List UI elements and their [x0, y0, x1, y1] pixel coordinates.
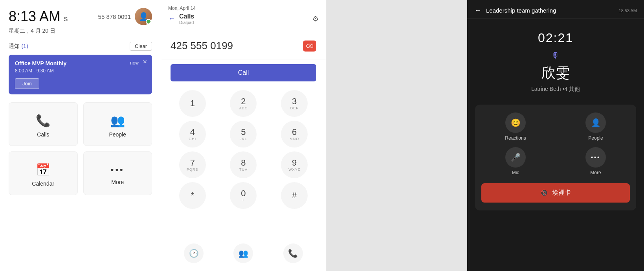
home-header-right: 55 878 0091 👤 [98, 8, 152, 25]
dialer-back-icon[interactable]: ← [168, 15, 175, 23]
call-controls-grid: 😊 Reactions 👤 People 🎤 Mic ••• More [481, 112, 630, 175]
numpad-key-5[interactable]: 5 JKL [230, 121, 257, 147]
notif-time: now [130, 60, 139, 66]
home-grid: 📞 Calls 👥 People 📅 Calendar ••• More [9, 102, 152, 195]
notif-close-icon[interactable]: ✕ [143, 59, 147, 65]
notif-subtitle: 8:00 AM - 9:30 AM [15, 68, 146, 74]
calls-icon: 📞 [36, 114, 50, 127]
reactions-label: Reactions [505, 135, 526, 141]
calendar-icon: 📅 [36, 163, 50, 177]
grid-item-calendar[interactable]: 📅 Calendar [9, 151, 78, 195]
numpad-key-0[interactable]: 0 + [230, 182, 257, 209]
backspace-button[interactable]: ⌫ [303, 41, 316, 52]
notifications-badge: (1) [21, 43, 28, 49]
home-date: 星期二，4 月 20 日 [9, 28, 152, 35]
people-label: People [588, 135, 603, 141]
mic-active-icon: 🎙 [551, 51, 560, 61]
history-icon[interactable]: 🕐 [184, 243, 204, 263]
people-control[interactable]: 👤 People [561, 112, 630, 141]
dialer-panel: Mon, April 14 ← Calls Dialpad ⚙ ⌫ Call 1… [161, 0, 326, 271]
call-button[interactable]: Call [171, 64, 316, 81]
people-icon: 👤 [585, 112, 606, 133]
numpad-key-8[interactable]: 8 TUV [230, 151, 257, 178]
numpad-key-1[interactable]: 1 [179, 90, 206, 117]
phone-icon[interactable]: 📞 [283, 243, 303, 263]
end-call-button[interactable]: 📵 埃裡卡 [481, 183, 630, 203]
numpad-key-6[interactable]: 6 MNO [281, 121, 308, 147]
home-header: 8:13 AM s 55 878 0091 👤 [9, 8, 152, 25]
settings-icon[interactable]: ⚙ [312, 15, 319, 23]
reactions-icon: 😊 [505, 112, 526, 133]
home-time-block: 8:13 AM s [9, 8, 68, 25]
more-icon: ••• [585, 147, 606, 168]
mic-control[interactable]: 🎤 Mic [481, 147, 550, 175]
call-panel: ← Leadership team gathering 18:53 AM 02:… [467, 0, 644, 271]
join-button[interactable]: Join [15, 78, 39, 89]
call-main: 02:21 🎙 欣雯 Latrine Beth •4 其他 😊 Reaction… [467, 19, 644, 271]
notif-card-top: Office MVP Monthly now ✕ [15, 60, 146, 66]
dialer-nav: ← Calls Dialpad ⚙ [168, 13, 319, 25]
numpad-key-9[interactable]: 9 WXYZ [281, 151, 308, 178]
dialer-input-area: ⌫ [161, 28, 326, 59]
call-header: ← Leadership team gathering 18:53 AM [467, 0, 644, 19]
avatar-image: 👤 [135, 8, 152, 25]
end-call-phone-icon: 📵 [540, 189, 548, 197]
dialer-title: Calls [179, 13, 194, 20]
end-call-label: 埃裡卡 [552, 189, 571, 197]
more-control[interactable]: ••• More [561, 147, 630, 175]
call-name: 欣雯 [541, 63, 570, 83]
numpad-key-7[interactable]: 7 PQRS [179, 151, 206, 178]
notifications-label: 通知 [9, 43, 20, 49]
dialer-title-block: Calls Dialpad [179, 13, 194, 25]
call-controls: 😊 Reactions 👤 People 🎤 Mic ••• More 📵 [475, 105, 636, 210]
more-label: More [111, 179, 124, 185]
more-label: More [590, 170, 601, 175]
contacts-icon[interactable]: 👥 [233, 243, 253, 263]
call-timer: 02:21 [538, 31, 573, 45]
clear-button[interactable]: Clear [130, 42, 152, 51]
calls-label: Calls [37, 131, 49, 138]
grid-item-more[interactable]: ••• More [83, 151, 152, 195]
home-time-suffix: s [64, 14, 68, 23]
dialer-subtitle: Dialpad [179, 20, 194, 25]
calendar-label: Calendar [32, 181, 54, 187]
notification-title-group: 通知 (1) [9, 42, 28, 50]
call-timestamp: 18:53 AM [619, 8, 637, 13]
gap-area [326, 0, 467, 271]
grid-item-calls[interactable]: 📞 Calls [9, 102, 78, 146]
home-panel: 8:13 AM s 55 878 0091 👤 星期二，4 月 20 日 通知 … [0, 0, 161, 271]
notification-card: Office MVP Monthly now ✕ 8:00 AM - 9:30 … [9, 55, 152, 94]
phone-number-input[interactable] [171, 40, 298, 52]
avatar[interactable]: 👤 [135, 8, 152, 25]
call-participants: Latrine Beth •4 其他 [531, 86, 580, 93]
dialer-bottom-icons: 🕐 👥 📞 [161, 239, 326, 271]
grid-item-people[interactable]: 👥 People [83, 102, 152, 146]
reactions-control[interactable]: 😊 Reactions [481, 112, 550, 141]
dialer-nav-left: ← Calls Dialpad [168, 13, 194, 25]
people-icon: 👥 [110, 114, 125, 127]
numpad-key-3[interactable]: 3 DEF [281, 90, 308, 117]
mic-icon: 🎤 [505, 147, 526, 168]
home-time: 8:13 AM [9, 8, 61, 24]
numpad: 1 2 ABC 3 DEF 4 GHI 5 JKL 6 MNO 7 PQRS 8 [161, 86, 326, 239]
mic-label: Mic [512, 170, 519, 175]
call-back-icon[interactable]: ← [474, 6, 481, 15]
dialer-top-bar: Mon, April 14 ← Calls Dialpad ⚙ [161, 0, 326, 28]
numpad-key-hash[interactable]: # [281, 182, 308, 209]
home-phone: 55 878 0091 [98, 13, 131, 20]
numpad-key-2[interactable]: 2 ABC [230, 90, 257, 117]
numpad-key-star[interactable]: * [179, 182, 206, 209]
call-header-title: Leadership team gathering [486, 7, 556, 14]
dialer-date: Mon, April 14 [168, 6, 319, 11]
notif-title: Office MVP Monthly [15, 60, 66, 66]
numpad-key-4[interactable]: 4 GHI [179, 121, 206, 147]
people-label: People [109, 131, 126, 138]
more-icon: ••• [111, 165, 125, 175]
notification-header: 通知 (1) Clear [9, 42, 152, 51]
